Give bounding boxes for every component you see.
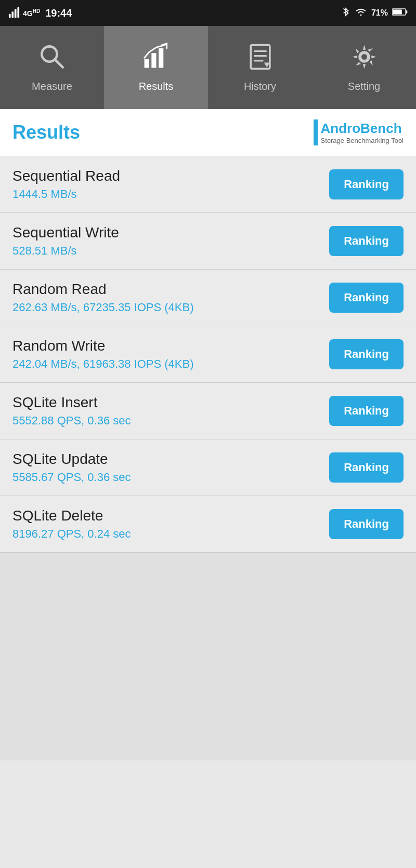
svg-rect-0 <box>9 14 11 17</box>
result-value-random-write: 242.04 MB/s, 61963.38 IOPS (4KB) <box>12 357 329 371</box>
result-item-sequential-write: Sequential Write 528.51 MB/s Ranking <box>0 213 416 270</box>
ranking-button-sequential-read[interactable]: Ranking <box>329 169 404 199</box>
ranking-button-sqlite-delete[interactable]: Ranking <box>329 509 404 539</box>
result-value-sqlite-update: 5585.67 QPS, 0.36 sec <box>12 471 329 484</box>
result-name-sqlite-update: SQLite Update <box>12 451 329 468</box>
result-name-sequential-write: Sequential Write <box>12 224 329 241</box>
svg-rect-3 <box>17 7 19 17</box>
tab-results[interactable]: Results <box>104 26 208 109</box>
logo-andro: Andro <box>321 121 361 136</box>
ranking-button-random-read[interactable]: Ranking <box>329 283 404 313</box>
result-info-random-write: Random Write 242.04 MB/s, 61963.38 IOPS … <box>12 338 329 371</box>
result-name-sqlite-delete: SQLite Delete <box>12 508 329 524</box>
svg-rect-11 <box>151 53 156 68</box>
svg-rect-1 <box>11 11 14 18</box>
result-item-sqlite-delete: SQLite Delete 8196.27 QPS, 0.24 sec Rank… <box>0 496 416 553</box>
chart-icon <box>142 43 171 75</box>
result-name-sqlite-insert: SQLite Insert <box>12 394 329 411</box>
result-value-sqlite-insert: 5552.88 QPS, 0.36 sec <box>12 414 329 428</box>
svg-rect-10 <box>144 59 149 68</box>
wifi-icon <box>355 7 367 19</box>
ranking-button-sqlite-update[interactable]: Ranking <box>329 452 404 483</box>
status-left: 4GHD 19:44 <box>8 7 72 20</box>
results-list: Sequential Read 1444.5 MB/s Ranking Sequ… <box>0 156 416 553</box>
tab-measure[interactable]: Measure <box>0 26 104 109</box>
result-item-random-read: Random Read 262.63 MB/s, 67235.35 IOPS (… <box>0 270 416 326</box>
tab-measure-label: Measure <box>32 81 72 92</box>
result-info-sequential-read: Sequential Read 1444.5 MB/s <box>12 168 329 201</box>
results-header: Results AndroBench Storage Benchmarking … <box>0 109 416 156</box>
network-label: 4GHD <box>23 8 40 18</box>
result-name-random-write: Random Write <box>12 338 329 354</box>
result-info-sqlite-delete: SQLite Delete 8196.27 QPS, 0.24 sec <box>12 508 329 541</box>
result-info-sqlite-insert: SQLite Insert 5552.88 QPS, 0.36 sec <box>12 394 329 428</box>
tab-history-label: History <box>244 81 276 92</box>
svg-point-4 <box>360 14 361 16</box>
tab-setting-label: Setting <box>348 81 380 92</box>
battery-icon <box>392 8 408 19</box>
svg-rect-12 <box>159 48 163 68</box>
status-bar: 4GHD 19:44 71% <box>0 0 416 26</box>
result-info-sequential-write: Sequential Write 528.51 MB/s <box>12 224 329 258</box>
svg-point-19 <box>360 53 368 61</box>
nav-tabs: Measure Results History <box>0 26 416 109</box>
gear-icon <box>350 43 379 75</box>
androbench-logo: AndroBench Storage Benchmarking Tool <box>314 119 404 145</box>
result-value-sequential-read: 1444.5 MB/s <box>12 188 329 201</box>
logo-main-text: AndroBench <box>321 121 404 137</box>
logo-subtitle: Storage Benchmarking Tool <box>321 137 404 144</box>
bluetooth-icon <box>341 6 350 20</box>
result-value-sqlite-delete: 8196.27 QPS, 0.24 sec <box>12 527 329 541</box>
result-value-sequential-write: 528.51 MB/s <box>12 244 329 258</box>
result-value-random-read: 262.63 MB/s, 67235.35 IOPS (4KB) <box>12 301 329 314</box>
logo-bench: Bench <box>360 121 401 136</box>
ranking-button-sequential-write[interactable]: Ranking <box>329 226 404 256</box>
ranking-button-random-write[interactable]: Ranking <box>329 339 404 369</box>
bottom-space <box>0 553 416 760</box>
svg-rect-6 <box>406 10 407 14</box>
battery-percentage: 71% <box>371 8 388 18</box>
logo-bar <box>314 119 318 145</box>
status-right: 71% <box>341 6 408 20</box>
tab-setting[interactable]: Setting <box>312 26 416 109</box>
time-display: 19:44 <box>45 7 72 19</box>
logo-text: AndroBench Storage Benchmarking Tool <box>321 121 404 144</box>
result-name-sequential-read: Sequential Read <box>12 168 329 184</box>
history-icon <box>246 43 275 75</box>
svg-rect-7 <box>393 9 402 14</box>
page-title: Results <box>12 122 80 143</box>
result-name-random-read: Random Read <box>12 281 329 298</box>
tab-results-label: Results <box>139 81 174 92</box>
result-info-random-read: Random Read 262.63 MB/s, 67235.35 IOPS (… <box>12 281 329 314</box>
result-info-sqlite-update: SQLite Update 5585.67 QPS, 0.36 sec <box>12 451 329 484</box>
result-item-sequential-read: Sequential Read 1444.5 MB/s Ranking <box>0 156 416 213</box>
svg-rect-2 <box>15 9 17 18</box>
result-item-sqlite-update: SQLite Update 5585.67 QPS, 0.36 sec Rank… <box>0 439 416 496</box>
ranking-button-sqlite-insert[interactable]: Ranking <box>329 396 404 426</box>
search-icon <box>38 43 67 75</box>
result-item-sqlite-insert: SQLite Insert 5552.88 QPS, 0.36 sec Rank… <box>0 383 416 439</box>
tab-history[interactable]: History <box>208 26 312 109</box>
svg-line-9 <box>55 59 63 68</box>
signal-icon <box>8 7 20 20</box>
result-item-random-write: Random Write 242.04 MB/s, 61963.38 IOPS … <box>0 326 416 383</box>
